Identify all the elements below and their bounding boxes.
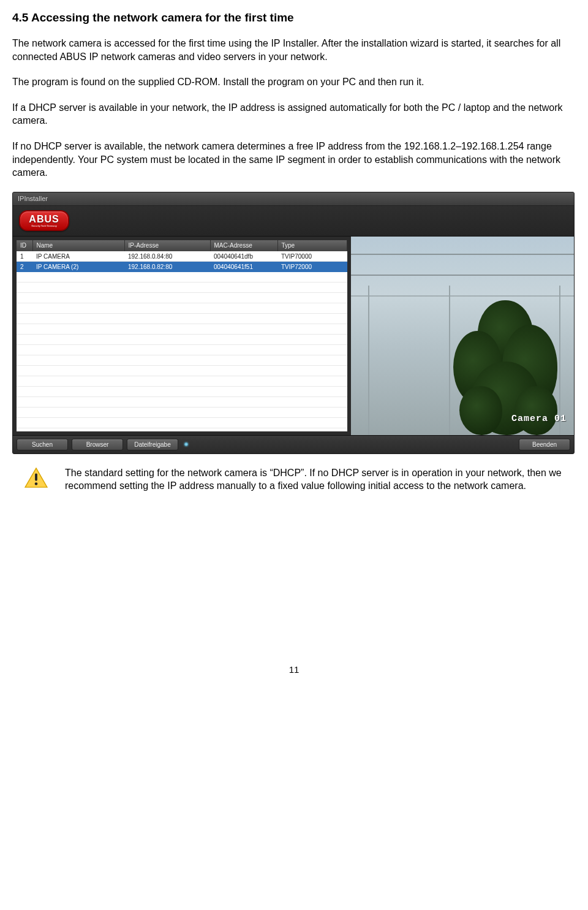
col-name[interactable]: Name (32, 240, 124, 251)
table-header-row: ID Name IP-Adresse MAC-Adresse Type (17, 240, 347, 251)
cell-mac: 004040641dfb (210, 251, 277, 262)
table-row[interactable]: 1 IP CAMERA 192.168.0.84:80 004040641dfb… (17, 251, 347, 262)
cell-type: TVIP72000 (277, 262, 347, 272)
cell-mac: 004040641f51 (210, 262, 277, 272)
cell-name: IP CAMERA (2) (32, 262, 124, 272)
warning-note-text: The standard setting for the network cam… (65, 466, 576, 493)
table-row[interactable]: 2 IP CAMERA (2) 192.168.0.82:80 00404064… (17, 262, 347, 272)
abus-logo-subtext: Security Tech Germany (31, 225, 57, 227)
warning-icon (24, 468, 48, 488)
section-heading: 4.5 Accessing the network camera for the… (12, 11, 576, 25)
camera-overlay-text: Camera 01 (511, 414, 567, 424)
status-led-icon (184, 442, 188, 446)
ipinstaller-window: IPInstaller ABUS Security Tech Germany I… (12, 192, 575, 454)
svg-point-2 (35, 482, 38, 485)
camera-preview: Camera 01 (351, 237, 574, 435)
abus-logo-text: ABUS (29, 214, 59, 224)
col-type[interactable]: Type (277, 240, 347, 251)
paragraph-3: If a DHCP server is available in your ne… (12, 101, 576, 127)
logo-area: ABUS Security Tech Germany (13, 206, 574, 237)
file-share-button[interactable]: Dateifreigabe (127, 439, 178, 450)
cell-ip: 192.168.0.82:80 (124, 262, 210, 272)
browser-button[interactable]: Browser (72, 439, 123, 450)
exit-button[interactable]: Beenden (519, 439, 570, 450)
window-title: IPInstaller (18, 195, 48, 202)
cell-ip: 192.168.0.84:80 (124, 251, 210, 262)
page-number: 11 (12, 664, 576, 687)
window-titlebar: IPInstaller (13, 192, 574, 206)
paragraph-4: If no DHCP server is available, the netw… (12, 140, 576, 180)
cell-id: 1 (17, 251, 32, 262)
col-id[interactable]: ID (17, 240, 32, 251)
cell-type: TVIP70000 (277, 251, 347, 262)
warning-note: The standard setting for the network cam… (12, 466, 576, 493)
cell-name: IP CAMERA (32, 251, 124, 262)
device-table[interactable]: ID Name IP-Adresse MAC-Adresse Type 1 IP… (17, 240, 347, 273)
cell-id: 2 (17, 262, 32, 272)
col-mac[interactable]: MAC-Adresse (210, 240, 277, 251)
svg-rect-1 (35, 473, 37, 480)
paragraph-1: The network camera is accessed for the f… (12, 37, 576, 63)
window-footer: Suchen Browser Dateifreigabe Beenden (13, 435, 574, 453)
col-ip[interactable]: IP-Adresse (124, 240, 210, 251)
abus-logo: ABUS Security Tech Germany (19, 210, 69, 231)
paragraph-2: The program is found on the supplied CD-… (12, 75, 576, 89)
table-empty-area (17, 272, 347, 431)
search-button[interactable]: Suchen (17, 439, 68, 450)
device-table-wrap: ID Name IP-Adresse MAC-Adresse Type 1 IP… (13, 237, 351, 435)
